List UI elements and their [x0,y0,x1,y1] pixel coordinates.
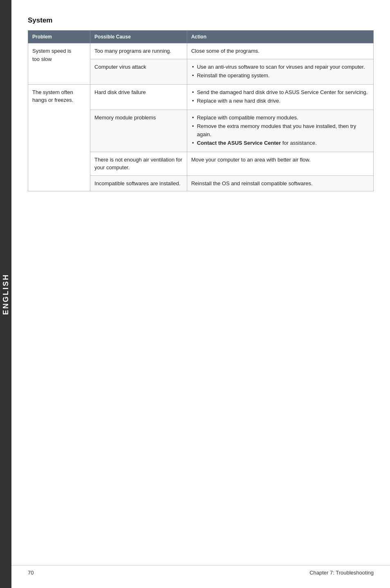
list-item: Replace with compatible memory modules. [191,114,369,122]
table-header-row: Problem Possible Cause Action [28,31,374,43]
trouble-table: Problem Possible Cause Action System spe… [28,30,374,191]
bullet-list: Use an anti-virus software to scan for v… [191,63,369,80]
sidebar-tab: ENGLISH [0,0,11,588]
action-cell-1: Close some of the programs. [187,43,373,59]
cause-cell-1: Too many programs are running. [90,43,187,59]
action-cell-6: Reinstall the OS and reinstall compatibl… [187,175,373,191]
list-item: Remove the extra memory modules that you… [191,122,369,138]
list-item: Send the damaged hard disk drive to ASUS… [191,88,369,97]
problem-cell-3: The system often hangs or freezes. [28,84,90,191]
cause-cell-5: There is not enough air ventilation for … [90,152,187,175]
list-item: Use an anti-virus software to scan for v… [191,63,369,71]
cause-cell-6: Incompatible softwares are installed. [90,175,187,191]
action-cell-5: Move your computer to an area with bette… [187,152,373,175]
action-cell-4: Replace with compatible memory modules. … [187,110,373,152]
cause-cell-3: Hard disk drive failure [90,84,187,110]
table-row: System speed istoo slow Too many program… [28,43,374,59]
footer: 70 Chapter 7: Troubleshooting [11,565,390,576]
header-problem: Problem [28,31,90,43]
action-cell-3: Send the damaged hard disk drive to ASUS… [187,84,373,110]
main-content: System Problem Possible Cause Action Sys… [11,0,390,216]
footer-chapter: Chapter 7: Troubleshooting [309,570,374,576]
bullet-list: Send the damaged hard disk drive to ASUS… [191,88,369,105]
list-item: Reinstall the operating system. [191,72,369,80]
bullet-list: Replace with compatible memory modules. … [191,114,369,147]
sidebar-label: ENGLISH [2,273,10,314]
section-title: System [28,16,374,25]
table-body: System speed istoo slow Too many program… [28,43,374,191]
cause-cell-2: Computer virus attack [90,59,187,84]
list-item: Replace with a new hard disk drive. [191,97,369,105]
header-action: Action [187,31,373,43]
list-item: Contact the ASUS Service Center for assi… [191,139,369,147]
problem-cell-1: System speed istoo slow [28,43,90,85]
bold-text: Contact the ASUS Service Center [197,140,281,146]
table-row: The system often hangs or freezes. Hard … [28,84,374,110]
header-cause: Possible Cause [90,31,187,43]
cause-cell-4: Memory module problems [90,110,187,152]
action-cell-2: Use an anti-virus software to scan for v… [187,59,373,84]
footer-page: 70 [28,570,34,576]
